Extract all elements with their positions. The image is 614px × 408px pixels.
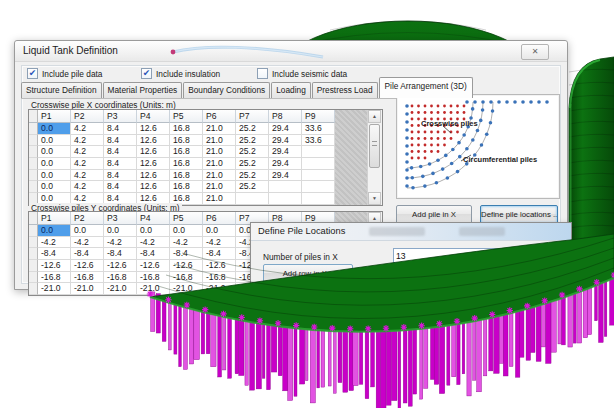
cell[interactable]: 33.6 xyxy=(302,135,335,147)
cell[interactable]: 0.0 xyxy=(38,123,71,135)
column-header[interactable]: P8 xyxy=(269,110,302,123)
row-header[interactable] xyxy=(29,146,38,158)
column-header[interactable]: P7 xyxy=(236,110,269,123)
cell[interactable]: 8.4 xyxy=(104,146,137,158)
cell[interactable]: 29.4 xyxy=(269,158,302,170)
cell[interactable]: 29.4 xyxy=(269,123,302,135)
column-header[interactable]: P3 xyxy=(104,110,137,123)
row-header[interactable] xyxy=(29,237,38,249)
cell[interactable]: 4.2 xyxy=(71,123,104,135)
column-header[interactable]: P6 xyxy=(203,212,236,225)
cell[interactable]: 4.2 xyxy=(71,181,104,193)
cell[interactable]: -12.6 xyxy=(170,260,203,272)
row-header[interactable] xyxy=(29,283,38,295)
cell[interactable]: 4.2 xyxy=(71,146,104,158)
cell[interactable] xyxy=(302,193,335,205)
scroll-up-icon[interactable]: ▲ xyxy=(368,110,381,123)
cell[interactable]: 8.4 xyxy=(104,181,137,193)
cell[interactable]: -16.8 xyxy=(203,272,236,284)
scroll-thumb[interactable] xyxy=(369,124,380,168)
cell[interactable]: 12.6 xyxy=(137,135,170,147)
cell[interactable]: -21.0 xyxy=(38,283,71,295)
cell[interactable]: -4.2 xyxy=(38,237,71,249)
cell[interactable]: 0.0 xyxy=(38,146,71,158)
checkbox-include-pile-data[interactable]: ✔ Include pile data xyxy=(27,68,102,79)
cell[interactable]: -21.0 xyxy=(137,283,170,295)
cell[interactable]: 21.0 xyxy=(203,123,236,135)
cell[interactable]: -21.0 xyxy=(170,283,203,295)
tab-loading[interactable]: Loading xyxy=(271,82,311,98)
row-header[interactable] xyxy=(29,158,38,170)
cell[interactable]: -4.2 xyxy=(137,237,170,249)
column-header[interactable]: P5 xyxy=(170,110,203,123)
column-header[interactable]: P2 xyxy=(71,110,104,123)
cell[interactable]: 12.6 xyxy=(137,170,170,182)
cell[interactable]: 21.0 xyxy=(203,170,236,182)
cell[interactable]: 29.4 xyxy=(269,146,302,158)
cell[interactable]: -21.0 xyxy=(71,283,104,295)
checkbox-box[interactable]: ✔ xyxy=(141,68,152,79)
cell[interactable]: 0.0 xyxy=(104,225,137,237)
cell[interactable] xyxy=(302,158,335,170)
column-header[interactable]: P5 xyxy=(170,212,203,225)
grid-x[interactable]: P1P2P3P4P5P6P7P8P90.04.28.412.616.821.02… xyxy=(29,110,335,205)
cell[interactable]: 21.0 xyxy=(203,158,236,170)
column-header[interactable]: P4 xyxy=(137,212,170,225)
tab-material-properties[interactable]: Material Properties xyxy=(103,82,183,98)
cell[interactable]: 0.0 xyxy=(71,225,104,237)
cell[interactable]: -12.6 xyxy=(71,260,104,272)
cell[interactable]: -12.6 xyxy=(104,260,137,272)
cell[interactable]: -16.8 xyxy=(170,272,203,284)
cell[interactable]: 12.6 xyxy=(137,181,170,193)
cell[interactable]: -8.4 xyxy=(104,248,137,260)
cell[interactable] xyxy=(302,146,335,158)
cell[interactable]: 0.0 xyxy=(137,225,170,237)
cell[interactable]: 0.0 xyxy=(38,158,71,170)
dialog-titlebar[interactable]: Define Pile Locations xyxy=(251,223,571,241)
row-header[interactable] xyxy=(29,181,38,193)
tab-pile-arrangement-3d[interactable]: Pile Arrangement (3D) xyxy=(379,77,473,98)
cell[interactable]: 8.4 xyxy=(104,170,137,182)
cell[interactable]: 12.6 xyxy=(137,123,170,135)
row-header[interactable] xyxy=(29,135,38,147)
row-header[interactable] xyxy=(29,260,38,272)
cell[interactable] xyxy=(236,193,269,205)
cell[interactable]: -16.8 xyxy=(137,272,170,284)
cell[interactable]: -12.6 xyxy=(137,260,170,272)
cell[interactable]: 0.0 xyxy=(38,181,71,193)
cell[interactable] xyxy=(302,181,335,193)
cell[interactable]: -8.4 xyxy=(38,248,71,260)
dialog-titlebar[interactable]: Liquid Tank Definition ✕ xyxy=(15,41,567,62)
cell[interactable]: 29.4 xyxy=(269,135,302,147)
add-row-in-x-button[interactable]: Add row in X... xyxy=(263,264,353,284)
column-header[interactable]: P4 xyxy=(137,110,170,123)
cell[interactable]: -4.2 xyxy=(170,237,203,249)
close-icon[interactable]: ✕ xyxy=(521,44,549,60)
cell[interactable]: 33.6 xyxy=(302,123,335,135)
cell[interactable]: 0.0 xyxy=(203,225,236,237)
cell[interactable]: -16.8 xyxy=(104,272,137,284)
cell[interactable]: -12.6 xyxy=(38,260,71,272)
cell[interactable] xyxy=(269,181,302,193)
cell[interactable]: 12.6 xyxy=(137,158,170,170)
cell[interactable]: -16.8 xyxy=(38,272,71,284)
cell[interactable]: 16.8 xyxy=(170,135,203,147)
checkbox-box[interactable]: ✔ xyxy=(27,68,38,79)
cell[interactable]: 0.0 xyxy=(38,170,71,182)
tab-structure-definition[interactable]: Structure Definition xyxy=(21,82,102,98)
checkbox-box[interactable] xyxy=(257,68,268,79)
cell[interactable]: -4.2 xyxy=(104,237,137,249)
cell[interactable]: 25.2 xyxy=(236,135,269,147)
cell[interactable]: 16.8 xyxy=(170,170,203,182)
cell[interactable]: -8.4 xyxy=(71,248,104,260)
cell[interactable]: 0.0 xyxy=(170,225,203,237)
cell[interactable]: -4.2 xyxy=(203,237,236,249)
cell[interactable]: 8.4 xyxy=(104,158,137,170)
cell[interactable]: 12.6 xyxy=(137,146,170,158)
crosswise-x-table[interactable]: P1P2P3P4P5P6P7P8P90.04.28.412.616.821.02… xyxy=(28,109,383,206)
column-header[interactable]: P2 xyxy=(71,212,104,225)
cell[interactable]: -21.0 xyxy=(104,283,137,295)
tab-boundary-conditions[interactable]: Boundary Conditions xyxy=(183,82,270,98)
cell[interactable] xyxy=(302,170,335,182)
row-header[interactable] xyxy=(29,248,38,260)
